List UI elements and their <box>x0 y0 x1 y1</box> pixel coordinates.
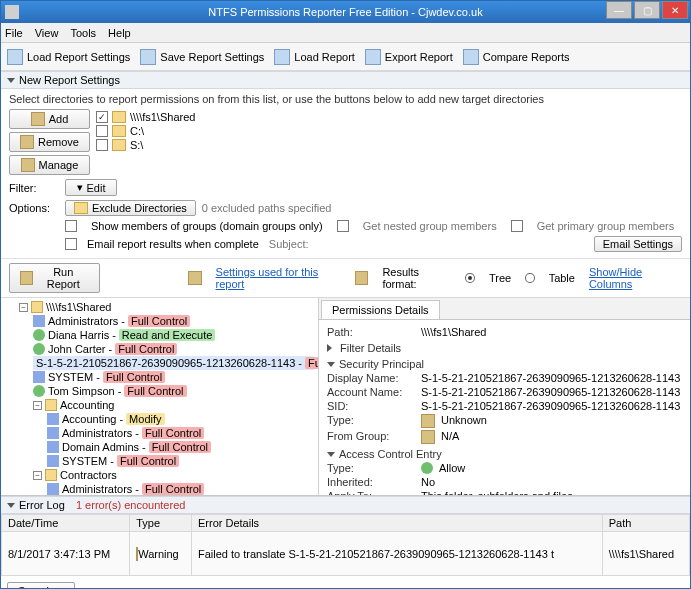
compare-reports-icon <box>463 49 479 65</box>
permissions-tree[interactable]: −\\\\fs1\Shared Administrators - Full Co… <box>1 298 319 495</box>
settings-body: Select directories to report permissions… <box>1 89 690 258</box>
directory-item[interactable]: C:\ <box>96 125 682 137</box>
funnel-icon: ▾ <box>77 181 83 194</box>
security-principal-header[interactable]: Security Principal <box>327 358 682 370</box>
run-report-button[interactable]: Run Report <box>9 263 100 293</box>
toolbar: Load Report Settings Save Report Setting… <box>1 43 690 71</box>
tree-item[interactable]: S-1-5-21-210521867-2639090965-1213260628… <box>33 356 314 370</box>
expand-icon[interactable]: − <box>19 303 28 312</box>
unknown-icon <box>421 414 435 428</box>
load-settings-icon <box>7 49 23 65</box>
col-datetime[interactable]: Date/Time <box>2 515 130 532</box>
save-settings-icon <box>140 49 156 65</box>
tree-folder[interactable]: −Contractors <box>33 468 314 482</box>
manage-button[interactable]: Manage <box>9 155 90 175</box>
folder-icon <box>45 469 57 481</box>
add-icon <box>31 112 45 126</box>
nested-checkbox[interactable] <box>337 220 349 232</box>
email-results-checkbox[interactable] <box>65 238 77 250</box>
principal-icon <box>33 371 45 383</box>
table-radio[interactable] <box>525 273 534 283</box>
menu-tools[interactable]: Tools <box>70 27 96 39</box>
checkbox[interactable] <box>96 125 108 137</box>
show-members-label: Show members of groups (domain groups on… <box>91 220 323 232</box>
window-title: NTFS Permissions Reporter Free Edition -… <box>208 6 482 18</box>
principal-name: Administrators <box>48 315 118 327</box>
close-button[interactable]: ✕ <box>662 1 688 19</box>
email-settings-button[interactable]: Email Settings <box>594 236 682 252</box>
tree-item[interactable]: John Carter - Full Control <box>33 342 314 356</box>
menu-view[interactable]: View <box>35 27 59 39</box>
maximize-button[interactable]: ▢ <box>634 1 660 19</box>
permission-badge: Full Control <box>128 315 190 327</box>
principal-icon <box>33 385 45 397</box>
error-log-header[interactable]: Error Log 1 error(s) encountered <box>1 496 690 514</box>
compare-reports-button[interactable]: Compare Reports <box>463 49 570 65</box>
permission-badge: Full Control <box>124 385 186 397</box>
permission-badge: Read and Execute <box>119 329 216 341</box>
settings-used-link[interactable]: Settings used for this report <box>216 266 342 290</box>
nested-label: Get nested group members <box>363 220 497 232</box>
error-row[interactable]: 8/1/2017 3:47:13 PM Warning Failed to tr… <box>2 532 690 576</box>
col-path[interactable]: Path <box>602 515 689 532</box>
email-results-label: Email report results when complete <box>87 238 259 250</box>
checkbox[interactable]: ✓ <box>96 111 108 123</box>
tree-item[interactable]: Administrators - Full Control <box>47 482 314 495</box>
export-report-icon <box>365 49 381 65</box>
expand-icon[interactable]: − <box>33 471 42 480</box>
run-row: Run Report Settings used for this report… <box>1 258 690 297</box>
run-icon <box>20 271 33 285</box>
show-hide-columns-link[interactable]: Show/Hide Columns <box>589 266 682 290</box>
tree-radio[interactable] <box>465 273 474 283</box>
exclude-icon <box>74 202 88 214</box>
show-members-checkbox[interactable] <box>65 220 77 232</box>
export-report-button[interactable]: Export Report <box>365 49 453 65</box>
tree-item[interactable]: SYSTEM - Full Control <box>47 454 314 468</box>
expand-icon[interactable]: − <box>33 401 42 410</box>
principal-name: John Carter <box>48 343 105 355</box>
folder-icon <box>45 399 57 411</box>
tree-item[interactable]: Tom Simpson - Full Control <box>33 384 314 398</box>
ace-header[interactable]: Access Control Entry <box>327 448 682 460</box>
checkbox[interactable] <box>96 139 108 151</box>
tree-item[interactable]: Diana Harris - Read and Execute <box>33 328 314 342</box>
primary-checkbox[interactable] <box>511 220 523 232</box>
exclude-directories-button[interactable]: Exclude Directories <box>65 200 196 216</box>
tree-folder[interactable]: −Accounting <box>33 398 314 412</box>
tab-permissions-details[interactable]: Permissions Details <box>321 300 440 319</box>
tree-item[interactable]: Domain Admins - Full Control <box>47 440 314 454</box>
load-report-settings-button[interactable]: Load Report Settings <box>7 49 130 65</box>
path-label: Path: <box>327 326 415 338</box>
edit-filter-button[interactable]: ▾Edit <box>65 179 117 196</box>
tree-item[interactable]: Administrators - Full Control <box>33 314 314 328</box>
add-button[interactable]: Add <box>9 109 90 129</box>
subject-label: Subject: <box>269 238 309 250</box>
permission-badge: Full Control <box>142 483 204 495</box>
allow-icon <box>421 462 433 474</box>
save-log-button[interactable]: Save Log <box>7 582 75 589</box>
collapse-icon <box>7 503 15 508</box>
remove-button[interactable]: Remove <box>9 132 90 152</box>
load-report-button[interactable]: Load Report <box>274 49 355 65</box>
remove-icon <box>20 135 34 149</box>
new-report-settings-header[interactable]: New Report Settings <box>1 71 690 89</box>
minimize-button[interactable]: — <box>606 1 632 19</box>
menu-file[interactable]: File <box>5 27 23 39</box>
tree-item[interactable]: SYSTEM - Full Control <box>33 370 314 384</box>
app-icon <box>5 5 19 19</box>
options-label: Options: <box>9 202 57 214</box>
col-details[interactable]: Error Details <box>192 515 603 532</box>
section-title: New Report Settings <box>19 74 120 86</box>
save-report-settings-button[interactable]: Save Report Settings <box>140 49 264 65</box>
settings-hint: Select directories to report permissions… <box>9 93 682 105</box>
directory-item[interactable]: S:\ <box>96 139 682 151</box>
permission-badge: Full Control <box>117 455 179 467</box>
col-type[interactable]: Type <box>130 515 192 532</box>
tree-item[interactable]: Administrators - Full Control <box>47 426 314 440</box>
directory-item[interactable]: ✓\\\\fs1\Shared <box>96 111 682 123</box>
filter-details-header[interactable]: Filter Details <box>327 342 682 354</box>
tree-item[interactable]: Accounting - Modify <box>47 412 314 426</box>
menu-help[interactable]: Help <box>108 27 131 39</box>
folder-icon <box>112 111 126 123</box>
tree-root[interactable]: −\\\\fs1\Shared <box>19 300 314 314</box>
